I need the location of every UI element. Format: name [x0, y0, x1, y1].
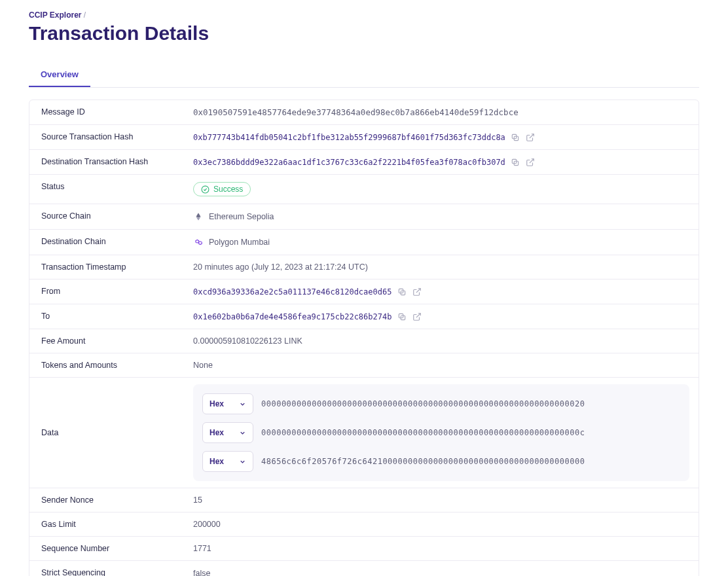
page-title: Transaction Details	[29, 22, 699, 45]
label-fee: Fee Amount	[29, 329, 193, 353]
value-sequence: 1771	[193, 537, 699, 560]
value-timestamp: 20 minutes ago (July 12, 2023 at 21:17:2…	[193, 255, 699, 279]
chevron-down-icon	[239, 429, 246, 437]
svg-line-2	[530, 134, 534, 137]
svg-point-6	[202, 186, 209, 193]
label-strict-seq: Strict Sequencing	[29, 561, 193, 576]
svg-line-5	[530, 158, 534, 162]
link-to[interactable]: 0x1e602ba0b6a7de4e4586fea9c175cb22c86b27…	[193, 312, 391, 321]
data-hex-value: 0000000000000000000000000000000000000000…	[261, 428, 585, 437]
tabs: Overview	[29, 63, 699, 88]
chevron-down-icon	[239, 401, 246, 408]
chevron-down-icon	[239, 458, 246, 465]
breadcrumb: CCIP Explorer /	[29, 10, 699, 20]
data-line: Hex 000000000000000000000000000000000000…	[202, 393, 680, 414]
value-source-chain: Ethereum Sepolia	[209, 212, 274, 221]
breadcrumb-sep: /	[84, 10, 86, 20]
label-nonce: Sender Nonce	[29, 488, 193, 512]
data-hex-value: 48656c6c6f20576f726c64210000000000000000…	[261, 457, 585, 466]
data-hex-value: 0000000000000000000000000000000000000000…	[261, 399, 585, 408]
svg-line-12	[416, 313, 420, 317]
label-gas-limit: Gas Limit	[29, 513, 193, 536]
value-nonce: 15	[193, 488, 699, 512]
link-dest-tx[interactable]: 0x3ec7386bddd9e322a6aac1df1c3767c33c6a2f…	[193, 158, 505, 167]
label-data: Data	[29, 378, 193, 488]
breadcrumb-root-link[interactable]: CCIP Explorer	[29, 10, 81, 20]
value-gas-limit: 200000	[193, 513, 699, 536]
data-format-select[interactable]: Hex	[202, 393, 253, 414]
value-tokens: None	[193, 353, 699, 377]
data-format-select[interactable]: Hex	[202, 422, 253, 443]
status-badge: Success	[193, 182, 251, 196]
copy-icon[interactable]	[511, 157, 520, 167]
tab-overview[interactable]: Overview	[29, 63, 90, 87]
copy-icon[interactable]	[511, 132, 520, 142]
label-timestamp: Transaction Timestamp	[29, 255, 193, 279]
label-from: From	[29, 279, 193, 304]
label-tokens: Tokens and Amounts	[29, 353, 193, 377]
value-strict-seq: false	[193, 561, 699, 576]
label-to: To	[29, 304, 193, 329]
polygon-icon	[193, 237, 204, 247]
label-message-id: Message ID	[29, 100, 193, 124]
label-sequence: Sequence Number	[29, 537, 193, 560]
external-link-icon[interactable]	[412, 312, 422, 321]
link-source-tx[interactable]: 0xb777743b414fdb05041c2bf1fbe312ab55f299…	[193, 133, 505, 142]
copy-icon[interactable]	[397, 312, 407, 321]
data-line: Hex 000000000000000000000000000000000000…	[202, 422, 680, 443]
external-link-icon[interactable]	[526, 157, 536, 167]
data-line: Hex 48656c6c6f20576f726c6421000000000000…	[202, 451, 680, 472]
svg-line-9	[416, 288, 420, 292]
link-from[interactable]: 0xcd936a39336a2e2c5a011137e46c8120dcae0d…	[193, 287, 391, 297]
status-text: Success	[213, 185, 243, 194]
copy-icon[interactable]	[397, 287, 407, 297]
value-fee: 0.000005910810226123 LINK	[193, 329, 699, 353]
external-link-icon[interactable]	[412, 287, 422, 297]
label-source-tx: Source Transaction Hash	[29, 125, 193, 149]
ethereum-icon	[193, 211, 204, 222]
data-block: Hex 000000000000000000000000000000000000…	[193, 384, 689, 481]
label-dest-chain: Destination Chain	[29, 230, 193, 255]
label-status: Status	[29, 175, 193, 204]
value-dest-chain: Polygon Mumbai	[209, 238, 270, 247]
data-format-select[interactable]: Hex	[202, 451, 253, 472]
transaction-details-card: Message ID 0x0190507591e4857764ede9e3774…	[29, 99, 699, 576]
check-circle-icon	[201, 185, 209, 194]
value-message-id: 0x0190507591e4857764ede9e37748364a0ed98e…	[193, 100, 699, 124]
label-source-chain: Source Chain	[29, 204, 193, 229]
label-dest-tx: Destination Transaction Hash	[29, 150, 193, 174]
external-link-icon[interactable]	[526, 132, 536, 142]
